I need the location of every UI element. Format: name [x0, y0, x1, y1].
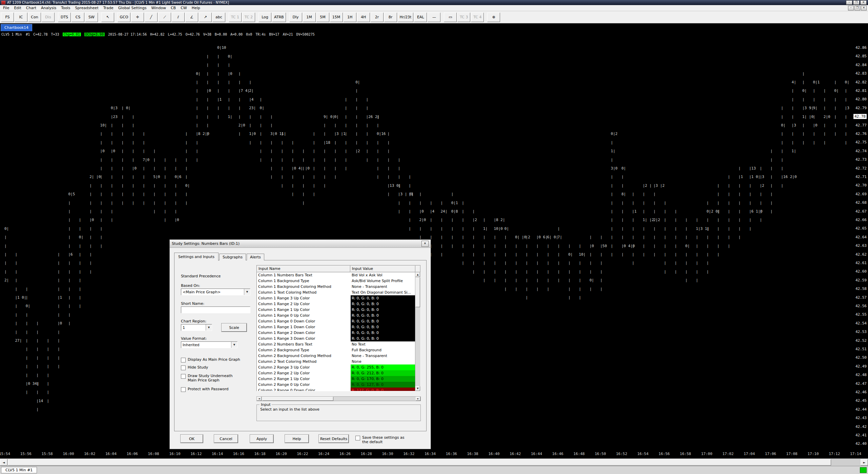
chart-canvas[interactable]: 42.8642.8542.8442.8342.8242.8142.8042.79…: [0, 37, 868, 450]
study-input-row[interactable]: Column 1 Range 3 Down ColorR: 0, G: 0, B…: [257, 336, 420, 341]
checkbox-draw-study-underneath-main-price-graph[interactable]: Draw Study Underneath Main Price Graph: [181, 374, 239, 382]
interval-4h-button[interactable]: 4H: [357, 13, 370, 22]
horizontal-line-tool-icon[interactable]: —: [428, 13, 440, 22]
study-input-row[interactable]: Column 1 Numbers Bars TextBid Vol x Ask …: [257, 272, 420, 278]
scroll-right-icon[interactable]: ►: [416, 397, 420, 401]
study-input-row[interactable]: Column 2 Range 2 Up ColorR: 0, G: 212, B…: [257, 370, 420, 376]
title-bar[interactable]: AT 1209 Chartbook14.cht: TransAct Tradin…: [0, 0, 868, 5]
menu-item-edit[interactable]: Edit: [12, 5, 23, 11]
menu-item-global-settings[interactable]: Global Settings: [116, 5, 149, 11]
inputs-list[interactable]: Input Name Input Value Column 1 Numbers …: [256, 265, 421, 391]
disconnect-button[interactable]: Dis: [42, 13, 55, 22]
list-vertical-scrollbar[interactable]: ▲ ▼: [415, 272, 420, 391]
tc1-button[interactable]: TC 1: [229, 13, 242, 22]
study-input-row[interactable]: Column 2 Range 0 Down ColorR: 127, G: 0,…: [257, 388, 420, 391]
study-input-row[interactable]: Column 2 Background Coloring MethodNone …: [257, 353, 420, 359]
chevron-down-icon[interactable]: ▼: [231, 342, 237, 348]
close-button[interactable]: ✕: [860, 0, 867, 5]
input-name-header[interactable]: Input Name: [257, 265, 350, 272]
help-button[interactable]: Help: [285, 435, 309, 443]
study-input-row[interactable]: Column 1 Range 3 Up ColorR: 0, G: 0, B: …: [257, 295, 420, 301]
daily-interval-button[interactable]: Dly: [289, 13, 302, 22]
restore-button[interactable]: ❐: [854, 6, 860, 11]
eal-button[interactable]: EAL: [414, 13, 427, 22]
reset-defaults-button[interactable]: Reset Defaults: [319, 435, 349, 443]
interval-8r-button[interactable]: 8r: [384, 13, 397, 22]
text-tool-button[interactable]: abc: [212, 13, 225, 22]
scrollbar-thumb[interactable]: [8, 459, 831, 466]
interval-15m-button[interactable]: 15M: [330, 13, 343, 22]
menu-item-help[interactable]: Help: [189, 5, 203, 11]
restore-button[interactable]: ❐: [853, 0, 860, 5]
menu-item-tools[interactable]: Tools: [59, 5, 73, 11]
based-on-select[interactable]: <Main Price Graph> ▼: [181, 289, 250, 295]
rectangle-tool-icon[interactable]: ▭: [444, 13, 457, 22]
close-button[interactable]: ✕: [861, 6, 867, 11]
scroll-up-icon[interactable]: ▲: [415, 272, 420, 277]
list-hscrollbar-thumb[interactable]: [262, 397, 333, 401]
minimize-button[interactable]: –: [846, 0, 852, 5]
chevron-down-icon[interactable]: ▼: [206, 324, 212, 331]
input-value-header[interactable]: Input Value: [350, 265, 415, 272]
chart-horizontal-scrollbar[interactable]: ◄ ►: [0, 458, 868, 466]
trendline-tool-icon[interactable]: ╱: [145, 13, 158, 22]
checkbox-icon[interactable]: [355, 436, 360, 440]
menu-item-window[interactable]: Window: [149, 5, 168, 11]
interval-2r-button[interactable]: 2r: [371, 13, 384, 22]
scroll-right-icon[interactable]: ►: [861, 459, 868, 466]
log-scale-button[interactable]: Log: [259, 13, 271, 22]
gco-button[interactable]: GCO: [118, 13, 130, 22]
scroll-left-icon[interactable]: ◄: [0, 459, 7, 466]
value-format-select[interactable]: Inherited ▼: [181, 341, 237, 348]
arrow-tool-icon[interactable]: ↗: [199, 13, 212, 22]
menu-item-chart[interactable]: Chart: [24, 5, 39, 11]
interval-hr23t-button[interactable]: Hr/23t: [398, 13, 414, 22]
dts-button[interactable]: DTS: [58, 13, 71, 22]
study-input-row[interactable]: Column 2 Background TypeFull Background: [257, 347, 420, 353]
tc4-button[interactable]: TC 4: [471, 13, 484, 22]
dialog-title-bar[interactable]: Study Settings: Numbers Bars (ID:1) ✕: [170, 240, 431, 248]
pointer-tool-icon[interactable]: ↖: [101, 13, 114, 22]
cancel-button[interactable]: Cancel: [214, 435, 238, 443]
save-default-checkbox[interactable]: Save these settings as the default: [355, 435, 406, 444]
tc3-button[interactable]: TC 3: [457, 13, 470, 22]
study-input-row[interactable]: Column 2 Range 1 Up ColorR: 0, G: 170, B…: [257, 376, 420, 382]
chart-window-tab[interactable]: CLV5 1 Min #1: [1, 467, 37, 473]
study-input-row[interactable]: Column 2 Range 0 Up ColorR: 0, G: 127, B…: [257, 382, 420, 388]
tc2-button[interactable]: TC 2: [242, 13, 255, 22]
checkbox-hide-study[interactable]: Hide Study: [181, 365, 259, 370]
study-input-row[interactable]: Column 1 Range 2 Down ColorR: 0, G: 0, B…: [257, 330, 420, 336]
crosshair-pointer-icon[interactable]: ⊕: [487, 13, 500, 22]
chevron-down-icon[interactable]: ▼: [244, 289, 250, 295]
checkbox-display-as-main-price-graph[interactable]: Display As Main Price Graph: [181, 357, 259, 362]
study-input-row[interactable]: Column 1 Background TypeAsk/Bid Volume S…: [257, 278, 420, 284]
checkbox-icon[interactable]: [181, 374, 186, 379]
checkbox-protect-with-password[interactable]: Protect with Password: [181, 387, 259, 392]
checkbox-icon[interactable]: [181, 358, 186, 362]
tab-alerts[interactable]: Alerts: [247, 254, 264, 260]
study-input-row[interactable]: Column 1 Range 0 Down ColorR: 0, G: 0, B…: [257, 318, 420, 324]
time-axis[interactable]: 15:5415:5615:5816:0016:0216:0416:0616:08…: [0, 450, 868, 458]
ic-button[interactable]: IC: [15, 13, 27, 22]
ray-tool-icon[interactable]: ⟋: [158, 13, 171, 22]
study-input-row[interactable]: Column 1 Range 1 Down ColorR: 0, G: 0, B…: [257, 324, 420, 330]
checkbox-icon[interactable]: [181, 387, 186, 392]
study-input-row[interactable]: Column 2 Numbers Bars TextNo Text: [257, 341, 420, 347]
scroll-left-icon[interactable]: ◄: [257, 397, 262, 401]
menu-item-cw[interactable]: CW: [178, 5, 189, 11]
menu-item-spreadsheet[interactable]: Spreadsheet: [73, 5, 101, 11]
study-input-row[interactable]: Column 1 Background Coloring MethodNone …: [257, 284, 420, 290]
sw-button[interactable]: SW: [85, 13, 98, 22]
short-name-input[interactable]: [181, 307, 250, 313]
angle-tool-icon[interactable]: ∠: [185, 13, 198, 22]
scroll-down-icon[interactable]: ▼: [415, 386, 420, 391]
apply-button[interactable]: Apply: [250, 435, 273, 443]
study-input-row[interactable]: Column 2 Range 3 Up ColorR: 0, G: 255, B…: [257, 364, 420, 370]
tab-settings-and-inputs[interactable]: Settings and Inputs: [174, 253, 219, 261]
atrb-button[interactable]: ATRB: [272, 13, 286, 22]
scale-button[interactable]: Scale: [222, 323, 247, 332]
chart-region-select[interactable]: 1 ▼: [181, 324, 212, 331]
study-input-row[interactable]: Column 1 Range 0 Up ColorR: 0, G: 0, B: …: [257, 313, 420, 318]
connect-button[interactable]: Con: [28, 13, 41, 22]
parallel-lines-tool-icon[interactable]: ⫽: [172, 13, 185, 22]
